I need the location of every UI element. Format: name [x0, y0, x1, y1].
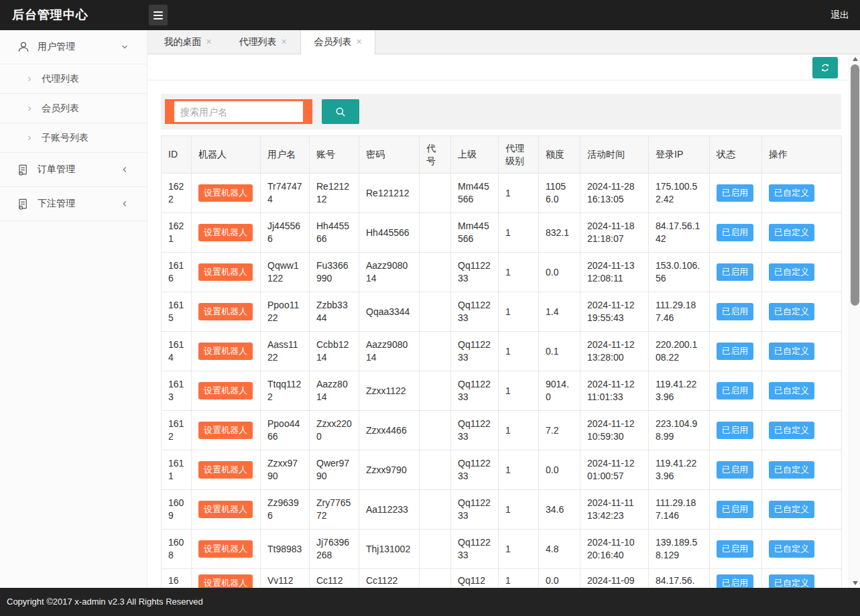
- column-header: 密码: [359, 136, 420, 174]
- search-input[interactable]: [174, 101, 303, 122]
- column-header: 代理级别: [499, 136, 539, 174]
- cell-account: Aazz8014: [310, 371, 359, 411]
- tab-agent-list[interactable]: 代理列表×: [225, 30, 300, 54]
- action-button[interactable]: 已自定义: [769, 343, 814, 360]
- vertical-scrollbar[interactable]: [849, 54, 860, 588]
- cell-level: 1: [499, 569, 539, 589]
- cell-ip: 220.200.108.22: [649, 332, 710, 371]
- close-icon[interactable]: ×: [206, 36, 211, 47]
- set-robot-button[interactable]: 设置机器人: [198, 422, 253, 439]
- action-button[interactable]: 已自定义: [769, 461, 814, 479]
- cell-id: 1616: [162, 253, 192, 292]
- set-robot-button[interactable]: 设置机器人: [198, 461, 253, 479]
- sidebar-item-bet-management[interactable]: 下注管理: [0, 187, 147, 221]
- refresh-icon: [819, 62, 831, 74]
- cell-time: 2024-11-28 16:13:05: [580, 174, 649, 213]
- user-icon: [17, 40, 30, 54]
- close-icon[interactable]: ×: [281, 36, 286, 47]
- set-robot-button[interactable]: 设置机器人: [198, 540, 253, 558]
- search-button[interactable]: [322, 99, 359, 124]
- cell-robot: 设置机器人: [192, 292, 261, 332]
- status-button[interactable]: 已启用: [717, 501, 753, 518]
- status-button[interactable]: 已启用: [717, 422, 753, 439]
- cell-status: 已启用: [710, 253, 762, 292]
- scroll-down-icon[interactable]: [849, 578, 860, 588]
- cell-username: Ttqq1122: [261, 371, 310, 411]
- status-button[interactable]: 已启用: [717, 184, 753, 202]
- set-robot-button[interactable]: 设置机器人: [198, 224, 253, 241]
- action-button[interactable]: 已自定义: [769, 540, 814, 558]
- tab-member-list[interactable]: 会员列表×: [300, 30, 375, 54]
- cell-action: 已自定义: [762, 292, 842, 332]
- logout-link[interactable]: 退出: [831, 0, 849, 30]
- cell-id: 1613: [162, 371, 192, 411]
- cell-ip: 223.104.98.99: [649, 411, 710, 450]
- cell-password: Hh445566: [359, 213, 420, 253]
- set-robot-button[interactable]: 设置机器人: [198, 184, 253, 202]
- set-robot-button[interactable]: 设置机器人: [198, 343, 253, 360]
- cell-quota: 832.1: [539, 213, 580, 253]
- divider: [147, 80, 849, 80]
- table-row: 1621设置机器人Jj445566Hh445566Hh445566Mm44556…: [162, 213, 842, 253]
- cell-account: Re121212: [310, 174, 359, 213]
- cell-quota: 1.4: [539, 292, 580, 332]
- scroll-up-icon[interactable]: [849, 54, 860, 64]
- status-button[interactable]: 已启用: [717, 540, 753, 558]
- cell-action: 已自定义: [762, 174, 842, 213]
- scrollbar-thumb[interactable]: [851, 64, 859, 306]
- close-icon[interactable]: ×: [356, 36, 361, 47]
- sidebar-item-subaccount-list[interactable]: 子账号列表: [0, 123, 147, 153]
- menu-toggle-button[interactable]: [149, 5, 168, 25]
- cell-robot: 设置机器人: [192, 332, 261, 371]
- tabbar: 我的桌面× 代理列表× 会员列表×: [147, 30, 860, 54]
- topbar: 后台管理中心 退出: [0, 0, 860, 30]
- set-robot-button[interactable]: 设置机器人: [198, 574, 253, 588]
- action-button[interactable]: 已自定义: [769, 303, 814, 320]
- cell-level: 1: [499, 332, 539, 371]
- status-button[interactable]: 已启用: [717, 303, 753, 320]
- hamburger-icon: [149, 11, 168, 19]
- cell-status: 已启用: [710, 530, 762, 569]
- sidebar: 用户管理 代理列表 会员列表 子账号列表: [0, 30, 147, 588]
- cell-superior: Mm445566: [451, 213, 499, 253]
- status-button[interactable]: 已启用: [717, 574, 753, 588]
- cell-account: Zry776572: [310, 490, 359, 530]
- set-robot-button[interactable]: 设置机器人: [198, 263, 253, 281]
- status-button[interactable]: 已启用: [717, 461, 753, 479]
- sidebar-item-user-management[interactable]: 用户管理: [0, 30, 147, 64]
- action-button[interactable]: 已自定义: [769, 263, 814, 281]
- cell-superior: Qq112233: [451, 292, 499, 332]
- cell-action: 已自定义: [762, 411, 842, 450]
- column-header: 代号: [420, 136, 451, 174]
- cell-code: [420, 332, 451, 371]
- action-button[interactable]: 已自定义: [769, 422, 814, 439]
- action-button[interactable]: 已自定义: [769, 382, 814, 399]
- sidebar-item-agent-list[interactable]: 代理列表: [0, 64, 147, 94]
- cell-time: 2024-11-12 10:59:30: [580, 411, 649, 450]
- cell-robot: 设置机器人: [192, 213, 261, 253]
- cell-superior: Qq112233: [451, 411, 499, 450]
- action-button[interactable]: 已自定义: [769, 501, 814, 518]
- action-button[interactable]: 已自定义: [769, 224, 814, 241]
- cell-id: 1614: [162, 332, 192, 371]
- column-header: 账号: [310, 136, 359, 174]
- cell-quota: 11056.0: [539, 174, 580, 213]
- sidebar-item-order-management[interactable]: 订单管理: [0, 153, 147, 187]
- cell-superior: Qq112233: [451, 371, 499, 411]
- cell-time: 2024-11-12 01:00:57: [580, 450, 649, 490]
- action-button[interactable]: 已自定义: [769, 184, 814, 202]
- tab-my-desktop[interactable]: 我的桌面×: [150, 30, 225, 54]
- status-button[interactable]: 已启用: [717, 343, 753, 360]
- cell-id: 1609: [162, 490, 192, 530]
- set-robot-button[interactable]: 设置机器人: [198, 501, 253, 518]
- set-robot-button[interactable]: 设置机器人: [198, 382, 253, 399]
- status-button[interactable]: 已启用: [717, 382, 753, 399]
- set-robot-button[interactable]: 设置机器人: [198, 303, 253, 320]
- status-button[interactable]: 已启用: [717, 263, 753, 281]
- action-button[interactable]: 已自定义: [769, 574, 814, 588]
- sidebar-item-member-list[interactable]: 会员列表: [0, 94, 147, 123]
- cell-action: 已自定义: [762, 530, 842, 569]
- refresh-button[interactable]: [812, 57, 838, 78]
- status-button[interactable]: 已启用: [717, 224, 753, 241]
- cell-code: [420, 411, 451, 450]
